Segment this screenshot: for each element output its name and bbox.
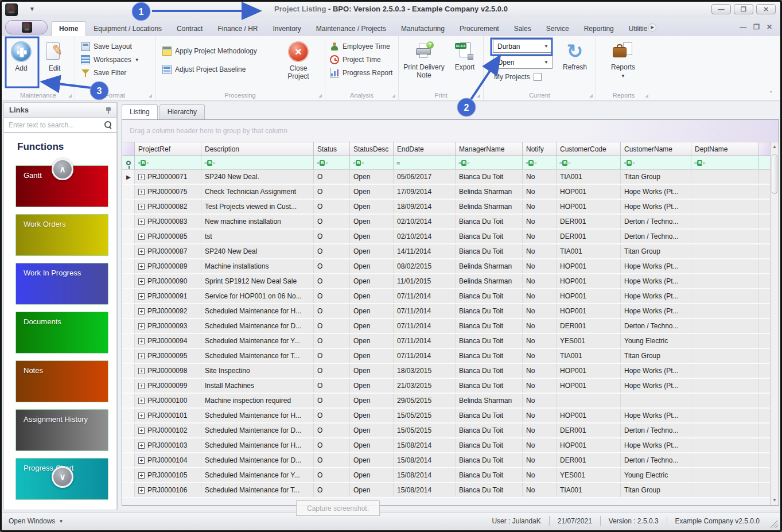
table-row[interactable]: +PRJ0000090Sprint SP1912 New Deal SaleOO… bbox=[122, 274, 771, 289]
dialog-launcher-icon[interactable] bbox=[589, 94, 593, 98]
column-header-enddate[interactable]: EndDate bbox=[394, 142, 456, 156]
refresh-button[interactable]: ↻ Refresh bbox=[557, 38, 593, 87]
column-header-deptname[interactable]: DeptName bbox=[691, 142, 759, 156]
save-layout-button[interactable]: Save Layout bbox=[81, 42, 139, 51]
table-row[interactable]: +PRJ0000100Machine inspection requiredOO… bbox=[122, 394, 771, 409]
column-header-status[interactable]: Status bbox=[314, 142, 350, 156]
table-row[interactable]: +PRJ0000101Scheduled Maintenance for H..… bbox=[122, 409, 771, 424]
workspaces-button[interactable]: Workspaces ▼ bbox=[81, 55, 139, 64]
progress-report-button[interactable]: Progress Report bbox=[330, 68, 392, 77]
dialog-launcher-icon[interactable] bbox=[477, 94, 480, 98]
scroll-up-button[interactable]: ∧ bbox=[52, 158, 73, 180]
function-tile-documents[interactable]: Documents bbox=[15, 312, 108, 354]
tab-overflow-icon[interactable]: ▶ bbox=[648, 24, 656, 32]
dialog-launcher-icon[interactable] bbox=[149, 94, 152, 98]
links-search-input[interactable]: Enter text to search... bbox=[3, 118, 117, 133]
column-header-statusdesc[interactable]: StatusDesc bbox=[350, 142, 394, 156]
expand-icon[interactable]: + bbox=[138, 263, 145, 270]
doc-tab-hierarchy[interactable]: Hierarchy bbox=[159, 104, 205, 119]
ribbon-tab-procurement[interactable]: Procurement bbox=[452, 22, 507, 36]
table-row[interactable]: +PRJ0000104Scheduled Maintenance for D..… bbox=[122, 453, 771, 468]
mdi-restore-icon[interactable]: ❐ bbox=[753, 24, 760, 30]
ribbon-tab-utilitie[interactable]: Utilitie bbox=[621, 22, 648, 36]
save-filter-button[interactable]: Save Filter bbox=[81, 68, 139, 77]
expand-icon[interactable]: + bbox=[138, 368, 145, 374]
filter-cell-deptname[interactable]: aBc bbox=[691, 156, 759, 170]
close-button[interactable]: ✕ bbox=[756, 4, 776, 14]
filter-cell-managername[interactable]: aBc bbox=[456, 156, 523, 170]
my-projects-checkbox[interactable] bbox=[534, 73, 542, 81]
filter-cell-projectref[interactable]: aBc bbox=[135, 156, 201, 170]
maximize-button[interactable]: ❐ bbox=[734, 4, 753, 14]
column-header-projectref[interactable]: ProjectRef bbox=[135, 142, 201, 156]
search-icon[interactable] bbox=[104, 121, 112, 129]
scroll-down-arrow-icon[interactable]: ▼ bbox=[771, 496, 779, 505]
column-header-notify[interactable]: Notify bbox=[523, 142, 557, 156]
resize-grip[interactable] bbox=[771, 521, 778, 528]
expand-icon[interactable]: + bbox=[138, 413, 145, 419]
expand-icon[interactable]: + bbox=[138, 383, 145, 389]
column-header-description[interactable]: Description bbox=[201, 142, 314, 156]
expand-icon[interactable]: + bbox=[138, 189, 145, 195]
ribbon-tab-maintenance-projects[interactable]: Maintenance / Projects bbox=[309, 22, 394, 36]
ribbon-tab-equipment-locations[interactable]: Equipment / Locations bbox=[86, 22, 169, 36]
expand-icon[interactable]: + bbox=[138, 338, 145, 344]
table-row[interactable]: +PRJ0000083New machine installationOOpen… bbox=[122, 215, 771, 230]
scroll-down-button[interactable]: ∨ bbox=[52, 466, 73, 488]
open-windows-button[interactable]: Open Windows ▼ bbox=[9, 517, 63, 525]
filter-cell-customername[interactable]: aBc bbox=[621, 156, 691, 170]
reports-button[interactable]: Reports ▼ bbox=[604, 38, 642, 87]
column-header-managername[interactable]: ManagerName bbox=[456, 142, 523, 156]
expand-icon[interactable]: + bbox=[138, 398, 145, 404]
table-row[interactable]: +PRJ0000089Machine installationsOOpen08/… bbox=[122, 259, 771, 274]
filter-cell-description[interactable]: aBc bbox=[201, 156, 314, 170]
expand-icon[interactable]: + bbox=[138, 219, 145, 225]
dialog-launcher-icon[interactable] bbox=[392, 94, 395, 98]
table-row[interactable]: +PRJ0000093Scheduled Maintenance for D..… bbox=[122, 319, 771, 334]
expand-icon[interactable]: + bbox=[138, 248, 145, 255]
table-row[interactable]: +PRJ0000095Scheduled Maintenance for T..… bbox=[122, 349, 771, 364]
table-row[interactable]: +PRJ0000105Scheduled Maintenance for Y..… bbox=[122, 468, 771, 483]
table-row[interactable]: +PRJ0000091Service for HOP001 on 06 No..… bbox=[122, 289, 771, 304]
expand-icon[interactable]: + bbox=[138, 308, 145, 314]
project-time-button[interactable]: Project Time bbox=[330, 55, 392, 64]
table-row[interactable]: +PRJ0000102Scheduled Maintenance for D..… bbox=[122, 424, 771, 438]
expand-icon[interactable]: + bbox=[138, 457, 145, 464]
expand-icon[interactable]: + bbox=[138, 487, 145, 494]
table-row[interactable]: +PRJ0000094Scheduled Maintenance for Y..… bbox=[122, 334, 771, 349]
expand-icon[interactable]: + bbox=[138, 174, 145, 180]
table-row[interactable]: +PRJ0000098Site InspectinoOOpen18/03/201… bbox=[122, 364, 771, 379]
ribbon-tab-sales[interactable]: Sales bbox=[507, 22, 539, 36]
dialog-launcher-icon[interactable] bbox=[68, 94, 72, 98]
mdi-minimize-icon[interactable]: — bbox=[740, 24, 746, 30]
function-tile-assignment-history[interactable]: Assignment History bbox=[15, 409, 108, 451]
ribbon-tab-contract[interactable]: Contract bbox=[169, 22, 210, 36]
function-tile-notes[interactable]: Notes bbox=[15, 360, 108, 402]
application-menu-button[interactable] bbox=[5, 20, 48, 34]
apply-project-methodology-button[interactable]: Apply Project Methodology bbox=[162, 46, 257, 56]
filter-cell-statusdesc[interactable]: aBc bbox=[350, 156, 394, 170]
function-tile-work-orders[interactable]: Work Orders bbox=[15, 214, 108, 256]
table-row[interactable]: +PRJ0000075Check Technician AssignmentOO… bbox=[122, 185, 771, 200]
column-header-customercode[interactable]: CustomerCode bbox=[557, 142, 621, 156]
filter-cell-status[interactable]: aBc bbox=[314, 156, 350, 170]
scrollbar-thumb[interactable] bbox=[772, 154, 777, 194]
ribbon-tab-inventory[interactable]: Inventory bbox=[265, 22, 308, 36]
table-row[interactable]: ▶+PRJ0000071SP240 New Deal.OOpen05/06/20… bbox=[122, 170, 771, 185]
ribbon-tab-reporting[interactable]: Reporting bbox=[577, 22, 621, 36]
expand-icon[interactable]: + bbox=[138, 293, 145, 300]
expand-icon[interactable]: + bbox=[138, 323, 145, 329]
scroll-up-arrow-icon[interactable]: ▲ bbox=[771, 142, 779, 152]
expand-icon[interactable]: + bbox=[138, 472, 145, 479]
edit-button[interactable]: ✎ Edit bbox=[39, 38, 70, 87]
table-row[interactable]: +PRJ0000099Install MachinesOOpen21/03/20… bbox=[122, 379, 771, 394]
ribbon-tab-manufacturing[interactable]: Manufacturing bbox=[394, 22, 452, 36]
dialog-launcher-icon[interactable] bbox=[645, 94, 648, 98]
expand-icon[interactable]: + bbox=[138, 353, 145, 359]
dialog-launcher-icon[interactable] bbox=[318, 94, 322, 98]
doc-tab-listing[interactable]: Listing bbox=[122, 104, 158, 119]
pin-icon[interactable] bbox=[106, 107, 111, 114]
ribbon-tab-home[interactable]: Home bbox=[51, 21, 86, 36]
table-row[interactable]: +PRJ0000106Scheduled Maintenance for T..… bbox=[122, 483, 771, 498]
table-row[interactable]: +PRJ0000092Scheduled Maintenance for H..… bbox=[122, 304, 771, 319]
